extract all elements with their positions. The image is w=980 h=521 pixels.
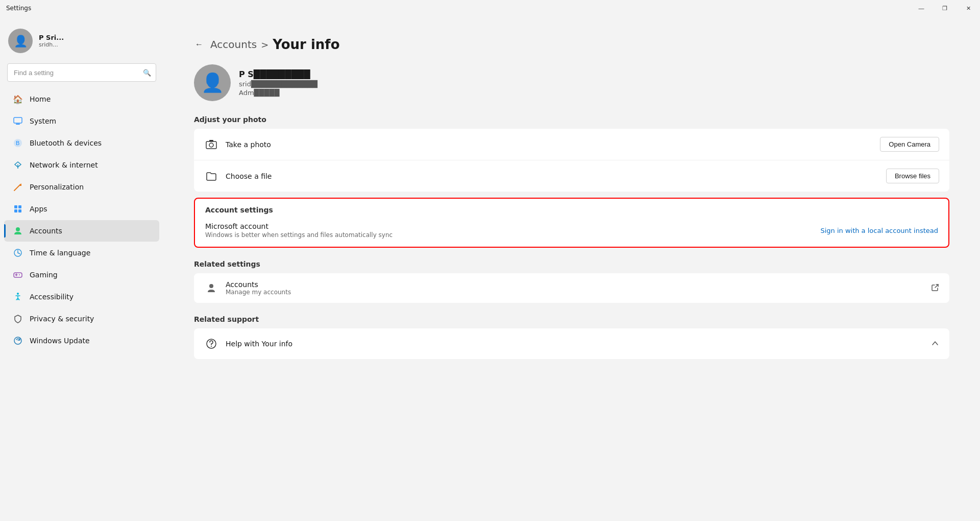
profile-card: 👤 P S█████████ srid█████████████ Adm████… <box>194 64 949 101</box>
microsoft-account-desc: Windows is better when settings and file… <box>205 231 393 239</box>
related-support-label: Related support <box>194 315 949 323</box>
profile-role: Adm█████ <box>239 89 317 97</box>
sidebar-item-bluetooth[interactable]: B Bluetooth & devices <box>4 132 159 154</box>
help-your-info-left: Help with Your info <box>204 337 292 351</box>
local-account-link[interactable]: Sign in with a local account instead <box>820 227 938 234</box>
breadcrumb-separator: > <box>261 39 268 50</box>
svg-marker-5 <box>19 183 21 186</box>
chevron-up-icon <box>931 339 939 349</box>
home-icon: 🏠 <box>12 93 23 105</box>
privacy-icon <box>12 313 23 324</box>
related-settings-card: Accounts Manage my accounts <box>194 273 949 303</box>
breadcrumb-parent: Accounts <box>210 38 257 51</box>
take-photo-row: Take a photo Open Camera <box>194 129 949 160</box>
main-content: ← Accounts > Your info 👤 P S█████████ sr… <box>163 16 980 521</box>
time-icon <box>12 247 23 258</box>
sidebar-item-accessibility[interactable]: Accessibility <box>4 286 159 307</box>
svg-point-18 <box>17 293 19 295</box>
profile-avatar: 👤 <box>194 64 231 101</box>
sidebar-user-info: P Sri... sridh... <box>39 34 64 48</box>
personalization-icon <box>12 181 23 193</box>
gaming-icon <box>12 269 23 280</box>
sidebar-item-label-system: System <box>30 117 56 125</box>
sidebar-item-personalization[interactable]: Personalization <box>4 176 159 198</box>
related-accounts-row[interactable]: Accounts Manage my accounts <box>194 273 949 303</box>
microsoft-account-info: Microsoft account Windows is better when… <box>205 222 393 239</box>
help-your-info-label: Help with Your info <box>226 340 292 348</box>
svg-rect-7 <box>18 205 21 208</box>
sidebar-item-label-update: Windows Update <box>30 337 90 345</box>
browse-files-button[interactable]: Browse files <box>886 169 939 183</box>
related-support-section: Related support Help with Your info <box>194 315 949 359</box>
sidebar-item-update[interactable]: Windows Update <box>4 330 159 351</box>
sidebar-item-label-accounts: Accounts <box>30 227 62 235</box>
sidebar-item-label-home: Home <box>30 95 51 103</box>
svg-point-19 <box>14 337 21 344</box>
sidebar-item-network[interactable]: Network & internet <box>4 154 159 176</box>
svg-point-10 <box>16 227 20 231</box>
minimize-button[interactable]: — <box>910 0 933 16</box>
camera-icon <box>204 137 218 152</box>
svg-point-17 <box>19 274 20 275</box>
related-accounts-title: Accounts <box>226 280 291 289</box>
network-icon <box>12 159 23 171</box>
help-icon <box>204 337 218 351</box>
svg-point-25 <box>211 346 212 347</box>
choose-file-label: Choose a file <box>226 172 272 180</box>
microsoft-account-row: Microsoft account Windows is better when… <box>195 216 948 247</box>
take-photo-left: Take a photo <box>204 137 271 152</box>
account-settings-box: Account settings Microsoft account Windo… <box>194 198 949 248</box>
take-photo-label: Take a photo <box>226 140 271 149</box>
sidebar-item-apps[interactable]: Apps <box>4 198 159 220</box>
sidebar-avatar: 👤 <box>8 29 33 53</box>
accessibility-icon <box>12 291 23 302</box>
system-icon <box>12 115 23 127</box>
sidebar-item-label-personalization: Personalization <box>30 183 84 191</box>
sidebar-item-label-gaming: Gaming <box>30 271 58 279</box>
titlebar-controls: — ❐ ✕ <box>910 0 980 16</box>
sidebar-item-home[interactable]: 🏠 Home <box>4 88 159 110</box>
sidebar-nav: 🏠 Home System B Bluetooth & devices Net <box>0 88 163 352</box>
account-settings-header: Account settings <box>195 199 948 216</box>
choose-file-row: Choose a file Browse files <box>194 160 949 192</box>
svg-rect-9 <box>18 209 21 212</box>
svg-rect-20 <box>206 141 216 149</box>
svg-rect-22 <box>209 140 213 141</box>
sidebar-item-privacy[interactable]: Privacy & security <box>4 308 159 329</box>
support-card: Help with Your info <box>194 328 949 359</box>
sidebar-item-label-privacy: Privacy & security <box>30 315 94 323</box>
sidebar-item-label-accessibility: Accessibility <box>30 293 74 301</box>
sidebar-item-label-bluetooth: Bluetooth & devices <box>30 139 102 147</box>
sidebar-item-system[interactable]: System <box>4 110 159 132</box>
breadcrumb-back-button[interactable]: ← <box>194 39 204 50</box>
sidebar-item-gaming[interactable]: Gaming <box>4 264 159 286</box>
folder-icon <box>204 169 218 183</box>
svg-point-21 <box>209 143 213 147</box>
accounts-icon <box>12 225 23 236</box>
close-button[interactable]: ✕ <box>957 0 980 16</box>
user-avatar-icon: 👤 <box>14 35 28 48</box>
adjust-photo-panel: Take a photo Open Camera Choose a file B… <box>194 129 949 192</box>
svg-line-4 <box>14 184 20 191</box>
related-accounts-left: Accounts Manage my accounts <box>204 280 291 296</box>
open-camera-button[interactable]: Open Camera <box>880 137 939 152</box>
svg-rect-14 <box>14 273 22 277</box>
svg-line-13 <box>18 253 20 254</box>
profile-name: P S█████████ <box>239 69 317 79</box>
svg-rect-0 <box>14 117 22 123</box>
search-input[interactable] <box>7 63 156 82</box>
sidebar-item-accounts[interactable]: Accounts <box>4 220 159 242</box>
update-icon <box>12 335 23 346</box>
external-link-icon <box>931 283 939 293</box>
help-your-info-row[interactable]: Help with Your info <box>194 328 949 359</box>
svg-point-23 <box>209 284 213 288</box>
sidebar-item-time[interactable]: Time & language <box>4 242 159 264</box>
sidebar-item-label-network: Network & internet <box>30 161 98 169</box>
profile-email: srid█████████████ <box>239 80 317 88</box>
breadcrumb-current: Your info <box>273 37 339 52</box>
sidebar-user[interactable]: 👤 P Sri... sridh... <box>0 25 163 61</box>
sidebar-email: sridh... <box>39 41 64 48</box>
app-title: Settings <box>6 5 31 12</box>
restore-button[interactable]: ❐ <box>933 0 957 16</box>
svg-text:B: B <box>16 140 19 146</box>
